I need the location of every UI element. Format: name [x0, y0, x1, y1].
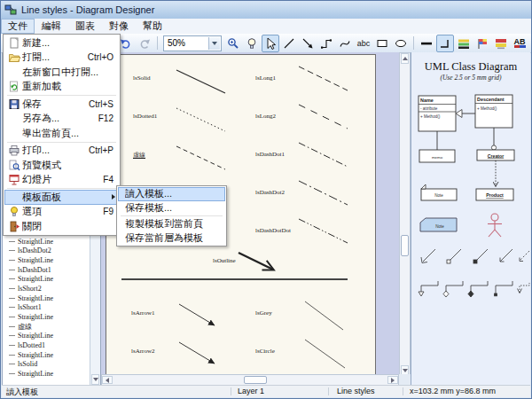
line-sample-long2[interactable]	[299, 105, 348, 129]
arrow-line-tool-button[interactable]	[299, 35, 317, 52]
fill-color-button[interactable]	[473, 35, 491, 52]
tree-item[interactable]: StraightLine	[4, 369, 90, 379]
uml-class-descendant[interactable]: Descendant + Method()	[475, 95, 512, 128]
horizontal-scroll-thumb[interactable]	[244, 376, 267, 384]
line-sample-dashdotdot[interactable]	[299, 219, 348, 243]
menu-item-options[interactable]: 選項 F9	[4, 205, 119, 220]
line-width-button[interactable]	[418, 35, 435, 52]
line-sample-outline-arrow[interactable]	[239, 253, 273, 270]
canvas-label[interactable]: lsCircle	[255, 348, 275, 355]
menu-item-export-page[interactable]: 導出當前頁...	[4, 126, 119, 141]
uml-memo-box[interactable]: memo	[419, 131, 455, 162]
canvas-label[interactable]: lsDashDot2	[255, 189, 285, 196]
canvas-label[interactable]: lsLong1	[255, 74, 276, 82]
menu-diagram[interactable]: 圖表	[68, 19, 102, 34]
menu-item-reload[interactable]: 重新加載	[4, 80, 119, 95]
line-sample-circle[interactable]	[305, 340, 345, 368]
menu-item-close[interactable]: 關閉	[4, 219, 119, 234]
tree-item[interactable]: 虛線	[4, 322, 90, 332]
redo-button[interactable]	[136, 35, 153, 52]
curve-tool-button[interactable]	[336, 35, 354, 52]
connector-style-button[interactable]	[436, 35, 454, 52]
tree-item[interactable]: lsShort1	[4, 303, 90, 313]
line-tool-button[interactable]	[280, 35, 298, 52]
uml-creator-box[interactable]: Creator	[477, 128, 514, 160]
menu-file[interactable]: 文件	[1, 19, 35, 34]
canvas-label[interactable]: lsDotted1	[133, 113, 157, 120]
submenu-item-save-template[interactable]: 保存模板...	[118, 201, 225, 215]
object-color-button[interactable]	[492, 35, 510, 52]
uml-product-box[interactable]: Product	[476, 160, 513, 200]
canvas-label[interactable]: lsOutline	[213, 257, 236, 264]
uml-class-name[interactable]: Name - attribute + Method()	[419, 96, 456, 131]
scroll-left-button[interactable]	[102, 376, 113, 384]
template-panel[interactable]: UML Class Diagram (Use 2.5 or 5 mm grid)…	[411, 52, 530, 386]
menu-item-new[interactable]: 新建...	[4, 35, 119, 51]
lamp-tool-button[interactable]	[243, 35, 261, 52]
line-sample-arrow2[interactable]	[179, 342, 215, 364]
canvas-label[interactable]: lsLong2	[255, 113, 276, 120]
canvas-label[interactable]: lsGrey	[255, 309, 272, 317]
tree-item[interactable]: lsSolid	[4, 360, 90, 370]
tree-item[interactable]: StraightLine	[4, 332, 90, 341]
polyline-tool-button[interactable]	[317, 35, 335, 52]
tree-item[interactable]: lsDotted1	[4, 340, 90, 350]
menu-item-template-panel[interactable]: 模板面板	[4, 190, 119, 205]
canvas-label[interactable]: 虛線	[133, 151, 145, 160]
menu-item-open[interactable]: 打開... Ctrl+O	[4, 51, 119, 66]
canvas-label[interactable]: lsSolid	[133, 74, 150, 82]
tree-item[interactable]: lsDashDot2	[4, 246, 90, 255]
submenu-item-load-template[interactable]: 讀入模板...	[118, 187, 225, 201]
menu-edit[interactable]: 編輯	[35, 19, 68, 34]
line-sample-dotted1[interactable]	[176, 108, 225, 131]
arrow-samples[interactable]	[421, 249, 529, 263]
rectangle-tool-button[interactable]	[373, 35, 391, 52]
tree-item[interactable]: lsDashDot1	[4, 265, 90, 275]
menu-item-print[interactable]: 打印... Ctrl+P	[4, 144, 119, 159]
line-sample-dashdot1[interactable]	[299, 143, 348, 167]
canvas-label[interactable]: lsArrow1	[131, 309, 154, 317]
canvas-label[interactable]: lsDashDotDot	[255, 227, 291, 234]
canvas-label[interactable]: lsDashDot1	[255, 151, 285, 158]
tree-item[interactable]: StraightLine	[4, 274, 90, 284]
line-sample-arrow1[interactable]	[179, 304, 215, 325]
scroll-right-button[interactable]	[387, 376, 398, 384]
tree-scroll-down-button[interactable]	[91, 374, 99, 385]
scroll-up-button[interactable]	[401, 53, 409, 64]
canvas-label[interactable]: lsArrow2	[131, 348, 154, 355]
line-sample-grey[interactable]	[305, 301, 343, 330]
title-bar[interactable]: Line styles - Diagram Designer	[1, 1, 531, 20]
zoom-tool-button[interactable]	[224, 35, 242, 52]
menu-object[interactable]: 對像	[102, 19, 136, 34]
note-shape[interactable]: Note	[421, 184, 457, 200]
submenu-item-copy-template-to-page[interactable]: 複製模板到當前頁	[118, 217, 225, 231]
inheritance-connector[interactable]	[456, 110, 475, 118]
blue-note-shape[interactable]: Note	[420, 218, 457, 231]
menu-help[interactable]: 幫助	[136, 19, 169, 34]
line-sample-dashdot2[interactable]	[299, 181, 348, 205]
tree-item[interactable]: StraightLine	[4, 312, 90, 322]
line-sample-dashed[interactable]	[176, 146, 225, 169]
line-sample-long1[interactable]	[299, 66, 348, 90]
tree-item[interactable]: lsShort2	[4, 284, 90, 293]
tree-item[interactable]: StraightLine	[4, 293, 90, 303]
tree-item[interactable]: StraightLine	[4, 237, 90, 246]
menu-item-save-as[interactable]: 另存為... F12	[4, 112, 119, 127]
zoom-select[interactable]: 50%	[163, 35, 222, 51]
line-sample-solid[interactable]	[176, 70, 225, 93]
tree-item[interactable]: StraightLine	[4, 350, 90, 360]
ellipse-tool-button[interactable]	[392, 35, 410, 52]
elbow-connector-samples[interactable]	[419, 281, 529, 297]
zoom-dropdown-button[interactable]	[208, 37, 220, 50]
text-color-button[interactable]: AB	[511, 35, 528, 52]
line-color-button[interactable]	[455, 35, 473, 52]
tree-item[interactable]: StraightLine	[4, 255, 90, 265]
menu-item-slideshow[interactable]: 幻燈片 F4	[4, 173, 119, 188]
menu-item-preview-mode[interactable]: 預覽模式	[4, 158, 119, 173]
actor-figure[interactable]	[488, 214, 502, 237]
submenu-item-save-layer-as-template[interactable]: 保存當前層為模板	[118, 231, 225, 246]
menu-item-open-new-window[interactable]: 在新窗口中打開...	[4, 65, 119, 80]
text-tool-button[interactable]: abc	[355, 35, 372, 52]
select-tool-button[interactable]	[262, 35, 279, 52]
menu-item-save[interactable]: 保存 Ctrl+S	[4, 97, 119, 112]
